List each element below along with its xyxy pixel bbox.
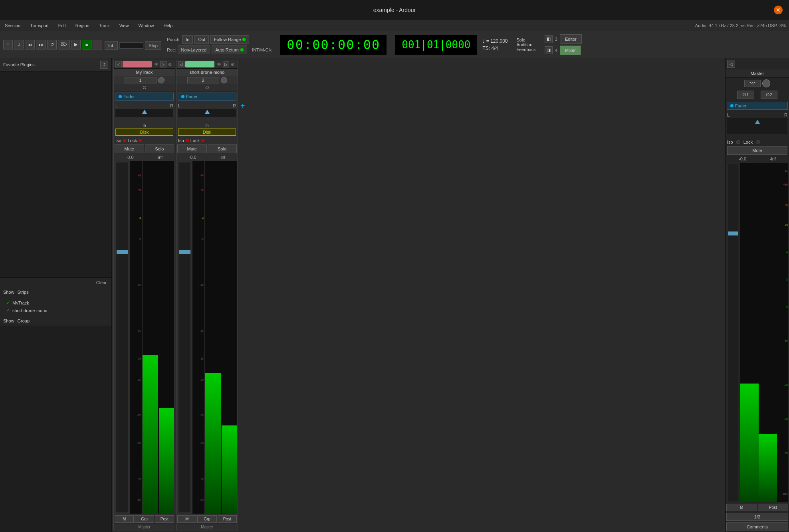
stop-button[interactable]: Stop (145, 41, 161, 50)
master-iso-indicator[interactable] (736, 140, 740, 144)
master-pan-area[interactable] (727, 118, 787, 134)
strip-input-knob-mytrack[interactable] (158, 77, 165, 83)
master-lock-indicator[interactable] (756, 140, 760, 144)
strip-unlink-mytrack[interactable]: ⊗ (167, 62, 173, 67)
m-button-mytrack[interactable]: M (115, 515, 134, 523)
menu-region[interactable]: Region (74, 22, 91, 29)
post-button-drone[interactable]: Post (218, 515, 237, 523)
follow-range-button[interactable]: Follow Range (210, 35, 249, 44)
menu-session[interactable]: Session (3, 22, 22, 29)
strip-name-label-mytrack[interactable]: MyTrack (114, 68, 175, 76)
menu-view[interactable]: View (118, 22, 131, 29)
master-gain-knob[interactable] (762, 79, 770, 87)
strip-eye-mytrack[interactable]: 👁 (153, 62, 160, 67)
iso-dot-drone[interactable] (186, 139, 189, 142)
int-button[interactable]: Int. (105, 41, 118, 50)
m-button-drone[interactable]: M (177, 515, 196, 523)
bars-display[interactable]: 001|01|0000 (395, 35, 477, 55)
strip-name-label-drone[interactable]: short-drone-mono (176, 68, 238, 76)
master-mute-button[interactable]: Mute (727, 146, 787, 155)
play-active-button[interactable]: ■ (82, 40, 91, 49)
vu-channel-l-drone (205, 161, 221, 514)
disk-button-drone[interactable]: Disk (178, 129, 236, 136)
master-fader-strip[interactable] (727, 164, 738, 501)
collapse-button[interactable]: ◧ (545, 35, 553, 43)
strip-expand-mytrack[interactable]: ▷ (160, 61, 167, 67)
strip-collapse-drone[interactable]: ◁ (178, 61, 184, 67)
menu-window[interactable]: Window (137, 22, 155, 29)
vu-fader-track-drone[interactable] (178, 162, 191, 513)
punch-in-button[interactable]: In (182, 35, 193, 44)
vu-handle-mytrack[interactable] (117, 250, 128, 254)
loop-button[interactable]: ↺ (47, 40, 57, 49)
punch-out-button[interactable]: ⌦ (58, 40, 70, 49)
menu-help[interactable]: Help (162, 22, 174, 29)
strip-input-knob-drone[interactable] (221, 77, 227, 83)
vu-handle-drone[interactable] (179, 250, 190, 254)
strip-num-drone[interactable]: 2 (187, 77, 219, 83)
master-fader-handle[interactable] (728, 231, 738, 235)
close-button[interactable]: ✕ (774, 6, 783, 14)
fast-forward-button[interactable]: ⏭ (36, 40, 46, 49)
master-phi-row: ∅1 ∅2 (726, 89, 789, 101)
record-button[interactable]: ● (93, 40, 102, 49)
fader-button-mytrack[interactable]: Fader (115, 93, 174, 101)
volume-slider[interactable] (119, 42, 143, 49)
master-m-button[interactable]: M (726, 504, 757, 511)
solo-button-drone[interactable]: Solo (208, 144, 237, 153)
grp-button-drone[interactable]: Grp (197, 515, 216, 523)
pan-slider-mytrack[interactable] (115, 109, 173, 117)
master-page-control[interactable]: 1/2 (726, 513, 788, 521)
follow-range-label: Follow Range (214, 37, 241, 42)
vu-channel-r-drone (222, 161, 237, 514)
master-post-button[interactable]: Post (758, 504, 789, 511)
show-strips-row: Show Strips (0, 287, 111, 297)
midi-button[interactable]: ♩ (14, 40, 24, 49)
mixer-collapse-button[interactable]: ◨ (545, 46, 553, 54)
plugins-collapse-button[interactable]: ⇕ (100, 61, 108, 69)
lock-dot-drone[interactable] (201, 139, 204, 142)
comments-button[interactable]: Comments (726, 522, 788, 531)
strip-item-drone[interactable]: ✓ short-drone-mono (0, 307, 111, 314)
auto-return-btn[interactable]: Auto Return (212, 45, 247, 54)
ts-display[interactable]: TS: 4/4 (482, 45, 507, 51)
lock-dot-mytrack[interactable] (139, 139, 142, 142)
pan-slider-drone[interactable] (178, 109, 236, 117)
mute-button-mytrack[interactable]: Mute (115, 144, 144, 153)
strip-eye-drone[interactable]: 👁 (215, 62, 223, 67)
fader-value-drone: -0.0 -inf (176, 154, 238, 160)
rewind-start-button[interactable]: ⏮ (25, 40, 35, 49)
iso-dot-mytrack[interactable] (123, 139, 126, 142)
right-panel-collapse-btn[interactable]: ◁ (727, 60, 735, 68)
menu-transport[interactable]: Transport (28, 22, 50, 29)
strip-item-mytrack[interactable]: ✓ MyTrack (0, 299, 111, 307)
fader-button-drone[interactable]: Fader (178, 93, 236, 101)
panic-button[interactable]: ! (3, 40, 13, 49)
menu-track[interactable]: Track (97, 22, 111, 29)
add-strip-button[interactable]: + (239, 100, 247, 112)
mixer-tab-button[interactable]: Mixer (560, 45, 581, 55)
play-button[interactable]: ▶ (71, 40, 81, 49)
non-layered-dropdown[interactable]: Non-Layered (178, 45, 210, 54)
master-fader-button[interactable]: Fader (727, 102, 788, 110)
strip-unlink-drone[interactable]: ⊗ (229, 62, 236, 67)
editor-tab-button[interactable]: Editor (560, 34, 582, 44)
post-button-mytrack[interactable]: Post (155, 515, 174, 523)
strip-num-mytrack[interactable]: 1 (125, 77, 157, 83)
punch-out-button-label[interactable]: Out (194, 35, 209, 44)
phi1-button[interactable]: ∅1 (737, 91, 754, 99)
grp-button-mytrack[interactable]: Grp (135, 515, 154, 523)
strip-expand-drone[interactable]: ▷ (223, 61, 229, 67)
menu-edit[interactable]: Edit (57, 22, 67, 29)
mute-button-drone[interactable]: Mute (177, 144, 207, 153)
phi2-button[interactable]: ∅2 (761, 91, 777, 99)
master-gain-button[interactable]: *4* (744, 80, 761, 87)
clear-button[interactable]: Clear (95, 279, 108, 286)
bpm-display[interactable]: ♩ = 120.000 (482, 38, 507, 44)
solo-button-mytrack[interactable]: Solo (145, 144, 174, 153)
strip-collapse-mytrack[interactable]: ◁ (115, 61, 122, 67)
time-display[interactable]: 00:00:00:00 (280, 35, 387, 55)
vu-fader-track-mytrack[interactable] (115, 162, 128, 513)
in-disk-mytrack: In Disk (114, 122, 175, 137)
disk-button-mytrack[interactable]: Disk (115, 129, 173, 136)
